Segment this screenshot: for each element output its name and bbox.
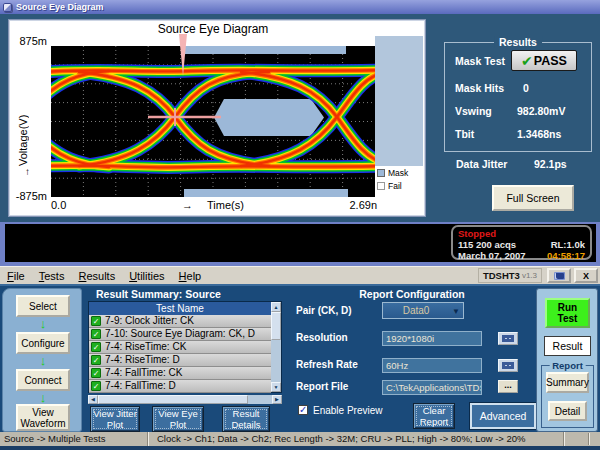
eye-diagram-plot[interactable]	[51, 46, 375, 197]
mask-hits-label: Mask Hits	[455, 82, 504, 94]
cursor-marker[interactable]	[179, 34, 187, 76]
upper-panel: Source Eye Diagram	[0, 14, 600, 222]
menu-file[interactable]: File	[0, 270, 32, 282]
table-row[interactable]: ✓ 7-4: FallTime: D	[89, 380, 271, 393]
acq-status: Stopped	[458, 228, 496, 239]
checkmark-icon: ✓	[299, 404, 307, 415]
close-button[interactable]: X	[574, 268, 598, 283]
y-axis-max: 875m	[13, 35, 47, 47]
java-app-icon	[3, 3, 12, 12]
report-file-field[interactable]: C:\TekApplications\TDSHT	[382, 380, 482, 395]
report-group-label: Report	[549, 360, 586, 371]
scroll-down-icon[interactable]: ▼	[271, 382, 281, 392]
horizontal-scrollbar[interactable]: ◀ ▶	[88, 395, 282, 404]
time-arrow-icon: →	[182, 199, 193, 211]
advanced-button[interactable]: Advanced	[470, 403, 536, 429]
resolution-keypad-button[interactable]	[498, 332, 518, 345]
status-divider	[588, 433, 589, 445]
table-row[interactable]: ✓ 7-4: RiseTime: CK	[89, 341, 271, 354]
app-switch-icon	[554, 272, 565, 280]
flow-arrow-icon: ↓	[36, 355, 50, 367]
configure-button[interactable]: Configure	[16, 332, 70, 354]
scrollbar-thumb[interactable]	[98, 395, 248, 404]
eye-diagram-canvas	[51, 46, 375, 197]
view-eye-plot-button[interactable]: View Eye Plot	[152, 406, 204, 432]
summary-button[interactable]: Summary	[546, 372, 589, 393]
status-source: Source -> Multiple Tests	[0, 432, 148, 446]
window-titlebar[interactable]: Source Eye Diagram	[0, 0, 600, 14]
pass-check-icon: ✓	[91, 355, 101, 365]
mask-outer-band	[375, 36, 423, 166]
x-axis-label: →Time(s)	[51, 199, 375, 211]
plot-title: Source Eye Diagram	[51, 22, 375, 36]
bottom-edge	[0, 446, 600, 450]
menu-tests[interactable]: Tests	[32, 270, 72, 282]
keypad-icon	[502, 362, 514, 369]
data-jitter-value: 92.1ps	[534, 158, 567, 170]
enable-preview-checkbox[interactable]: ✓	[298, 405, 308, 415]
menu-utilities[interactable]: Utilities	[122, 270, 171, 282]
app-name: TDSHT3	[483, 270, 520, 281]
table-row[interactable]: ✓ 7-4: RiseTime: D	[89, 354, 271, 367]
scrollbar-thumb[interactable]	[271, 312, 281, 340]
full-screen-button[interactable]: Full Screen	[492, 185, 574, 211]
menu-results[interactable]: Results	[71, 270, 122, 282]
acquisition-readout-area: Stopped 115 200 acqs RL:1.0k March 07, 2…	[5, 224, 596, 262]
run-test-button[interactable]: Run Test	[545, 298, 590, 328]
workflow-sidebar: Select ↓ Configure ↓ Connect ↓ View Wave…	[2, 288, 82, 432]
results-groupbox: Results Mask Test ✔ PASS Mask Hits 0 Vsw…	[444, 42, 592, 152]
pass-check-icon: ✔	[521, 53, 533, 69]
detail-button[interactable]: Detail	[548, 401, 587, 421]
test-name: 7-4: FallTime: D	[105, 380, 176, 392]
acquisition-status-box: Stopped 115 200 acqs RL:1.0k March 07, 2…	[451, 225, 592, 260]
app-switch-button[interactable]	[547, 268, 571, 283]
clear-report-button[interactable]: Clear Report	[413, 403, 455, 429]
scroll-left-icon[interactable]: ◀	[88, 395, 98, 404]
x-axis-label-text: Time(s)	[207, 199, 244, 211]
scroll-up-icon[interactable]: ▲	[271, 302, 281, 312]
fail-swatch-icon	[377, 182, 385, 190]
menu-help[interactable]: Help	[172, 270, 209, 282]
table-row[interactable]: ✓ 7-4: FallTime: CK	[89, 367, 271, 380]
result-details-button[interactable]: Result Details	[222, 406, 270, 432]
refresh-keypad-button[interactable]	[498, 359, 518, 372]
acquisition-strip: Stopped 115 200 acqs RL:1.0k March 07, 2…	[0, 222, 600, 266]
select-button[interactable]: Select	[16, 295, 70, 317]
resolution-label: Resolution	[296, 332, 348, 343]
mask-swatch-icon	[377, 169, 385, 177]
app-version: v1.3	[522, 271, 537, 280]
pass-check-icon: ✓	[91, 316, 101, 326]
scroll-right-icon[interactable]: ▶	[272, 395, 282, 404]
table-row[interactable]: ✓ 7-9: Clock Jitter: CK	[89, 315, 271, 328]
menu-bar: File Tests Results Utilities Help TDSHT3…	[0, 266, 600, 284]
test-name: 7-4: RiseTime: D	[105, 354, 180, 366]
test-name: 7-9: Clock Jitter: CK	[105, 315, 194, 327]
record-length: RL:1.0k	[551, 239, 585, 250]
result-button[interactable]: Result	[544, 336, 591, 356]
vswing-value: 982.80mV	[517, 105, 565, 117]
flow-arrow-icon: ↓	[36, 392, 50, 404]
control-panel: Select ↓ Configure ↓ Connect ↓ View Wave…	[0, 284, 600, 432]
test-name: 7-4: FallTime: CK	[105, 367, 182, 379]
eye-diagram-window: Source Eye Diagram	[8, 19, 426, 217]
mask-hits-value: 0	[523, 82, 529, 94]
data-jitter-label: Data Jitter	[456, 158, 507, 170]
acq-time: 04:58:17	[547, 250, 585, 261]
result-summary-table: Test Name ✓ 7-9: Clock Jitter: CK ✓ 7-10…	[88, 301, 282, 393]
browse-button[interactable]: ...	[498, 380, 518, 393]
vertical-scrollbar[interactable]: ▲ ▼	[271, 302, 281, 392]
plot-legend: Mask Fail	[377, 166, 408, 192]
table-row[interactable]: ✓ 7-10: Source Eye Diagram: CK, D	[89, 328, 271, 341]
report-config-title: Report Configuration	[288, 288, 536, 300]
connect-button[interactable]: Connect	[16, 369, 70, 391]
vswing-label: Vswing	[455, 105, 492, 117]
voltage-arrow-icon: ↑	[25, 166, 30, 177]
pair-dropdown[interactable]: Data0 ▼	[382, 302, 464, 319]
legend-mask: Mask	[377, 166, 408, 179]
view-jitter-plot-button[interactable]: View Jitter Plot	[90, 406, 140, 432]
refresh-rate-field[interactable]: 60Hz	[382, 358, 482, 373]
window-title: Source Eye Diagram	[16, 2, 104, 12]
acq-count: 115 200 acqs	[458, 239, 516, 250]
resolution-field[interactable]: 1920*1080i	[382, 331, 482, 346]
view-waveform-button[interactable]: View Waveform	[16, 404, 70, 431]
